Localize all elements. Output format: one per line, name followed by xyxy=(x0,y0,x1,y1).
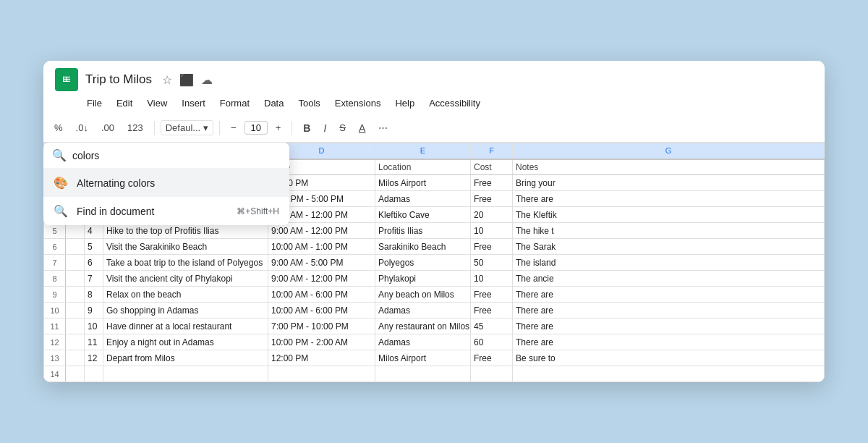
decimal-increase-btn[interactable]: .00 xyxy=(96,120,119,135)
cell-a[interactable] xyxy=(66,366,85,382)
menu-accessibility[interactable]: Accessibility xyxy=(423,96,486,111)
cell-c[interactable]: Go shopping in Adamas xyxy=(103,303,268,318)
font-size-increase-btn[interactable]: + xyxy=(271,120,286,135)
cell-c[interactable]: Visit the Sarakiniko Beach xyxy=(103,239,268,255)
cell-g[interactable]: The ancie xyxy=(513,271,825,287)
cell-f[interactable]: Free xyxy=(471,239,513,255)
cell-d[interactable]: 9:00 AM - 12:00 PM xyxy=(268,271,375,287)
cell-a[interactable] xyxy=(66,271,85,287)
format-123-btn[interactable]: 123 xyxy=(122,120,148,135)
cell-b[interactable]: 6 xyxy=(85,255,103,271)
cell-g[interactable]: The hike t xyxy=(513,223,825,239)
cell-f[interactable]: Free xyxy=(471,175,513,191)
cell-g[interactable]: There are xyxy=(513,287,825,303)
cell-e[interactable]: Adamas xyxy=(375,334,471,350)
cell-d[interactable]: 7:00 PM - 10:00 PM xyxy=(268,318,375,334)
menu-edit[interactable]: Edit xyxy=(111,96,138,111)
cell-d[interactable]: 10:00 PM - 2:00 AM xyxy=(268,334,375,350)
cell-d[interactable]: 9:00 AM - 5:00 PM xyxy=(268,255,375,271)
cell-b[interactable]: 5 xyxy=(85,239,103,255)
cell-g[interactable]: The island xyxy=(513,255,825,271)
cell-f[interactable]: 60 xyxy=(471,334,513,350)
menu-insert[interactable]: Insert xyxy=(176,96,211,111)
cell-e[interactable]: Profitis Ilias xyxy=(375,223,471,239)
cell-f[interactable]: 50 xyxy=(471,255,513,271)
cell-f[interactable]: 20 xyxy=(471,207,513,223)
menu-format[interactable]: Format xyxy=(214,96,255,111)
cell-g[interactable]: Bring your xyxy=(513,175,825,191)
cell-c[interactable]: Visit the ancient city of Phylakopi xyxy=(103,271,268,287)
percent-btn[interactable]: % xyxy=(49,120,68,135)
cell-g[interactable]: The Kleftik xyxy=(513,207,825,223)
cell-a[interactable] xyxy=(66,303,85,318)
cell-g[interactable]: The Sarak xyxy=(513,239,825,255)
cell-a[interactable] xyxy=(66,350,85,366)
cell-c[interactable]: Relax on the beach xyxy=(103,287,268,303)
cell-f[interactable]: Free xyxy=(471,350,513,366)
cell-c[interactable] xyxy=(103,366,268,382)
cell-f[interactable]: 45 xyxy=(471,318,513,334)
cell-b[interactable]: 9 xyxy=(85,303,103,318)
cell-e[interactable]: Any beach on Milos xyxy=(375,287,471,303)
cell-1e[interactable]: Location xyxy=(375,159,471,175)
cell-b[interactable]: 12 xyxy=(85,350,103,366)
font-size-box[interactable]: 10 xyxy=(244,121,268,135)
cell-g[interactable] xyxy=(513,366,825,382)
cell-b[interactable] xyxy=(85,366,103,382)
cell-g[interactable]: There are xyxy=(513,303,825,318)
cell-e[interactable]: Any restaurant on Milos xyxy=(375,318,471,334)
cell-c[interactable]: Take a boat trip to the island of Polyeg… xyxy=(103,255,268,271)
strikethrough-btn[interactable]: S xyxy=(334,120,351,135)
cell-e[interactable]: Adamas xyxy=(375,191,471,207)
cell-e[interactable]: Sarakiniko Beach xyxy=(375,239,471,255)
cell-a[interactable] xyxy=(66,318,85,334)
cell-e[interactable] xyxy=(375,366,471,382)
cell-f[interactable]: Free xyxy=(471,191,513,207)
cell-f[interactable]: 10 xyxy=(471,271,513,287)
cell-e[interactable]: Milos Airport xyxy=(375,350,471,366)
cell-g[interactable]: Be sure to xyxy=(513,350,825,366)
cell-b[interactable]: 10 xyxy=(85,318,103,334)
cell-c[interactable]: Have dinner at a local restaurant xyxy=(103,318,268,334)
cell-f[interactable]: Free xyxy=(471,303,513,318)
menu-file[interactable]: File xyxy=(81,96,108,111)
cell-a[interactable] xyxy=(66,287,85,303)
menu-data[interactable]: Data xyxy=(258,96,289,111)
menu-extensions[interactable]: Extensions xyxy=(329,96,387,111)
cell-e[interactable]: Kleftiko Cave xyxy=(375,207,471,223)
cell-g[interactable]: There are xyxy=(513,318,825,334)
decimal-decrease-btn[interactable]: .0↓ xyxy=(71,120,93,135)
cell-d[interactable] xyxy=(268,366,375,382)
cloud-icon[interactable]: ☁ xyxy=(201,73,213,87)
font-size-decrease-btn[interactable]: − xyxy=(226,120,242,135)
cell-a[interactable] xyxy=(66,334,85,350)
cell-d[interactable]: 10:00 AM - 6:00 PM xyxy=(268,287,375,303)
col-header-g[interactable]: G xyxy=(513,143,825,159)
col-header-f[interactable]: F xyxy=(471,143,513,159)
cell-e[interactable]: Milos Airport xyxy=(375,175,471,191)
cell-f[interactable] xyxy=(471,366,513,382)
search-input[interactable] xyxy=(72,150,281,161)
cell-d[interactable]: 10:00 AM - 6:00 PM xyxy=(268,303,375,318)
cell-g[interactable]: There are xyxy=(513,191,825,207)
menu-view[interactable]: View xyxy=(141,96,173,111)
font-selector[interactable]: Defaul... ▾ xyxy=(161,120,213,135)
find-in-document-result[interactable]: 🔍 Find in document ⌘+Shift+H xyxy=(43,197,289,225)
cell-e[interactable]: Phylakopi xyxy=(375,271,471,287)
cell-c[interactable]: Depart from Milos xyxy=(103,350,268,366)
cell-b[interactable]: 8 xyxy=(85,287,103,303)
cell-g[interactable]: There are xyxy=(513,334,825,350)
menu-help[interactable]: Help xyxy=(389,96,420,111)
cell-d[interactable]: 10:00 AM - 1:00 PM xyxy=(268,239,375,255)
cell-b[interactable]: 7 xyxy=(85,271,103,287)
underline-color-btn[interactable]: A xyxy=(354,120,370,136)
cell-f[interactable]: 10 xyxy=(471,223,513,239)
alternating-colors-result[interactable]: 🎨 Alternating colors xyxy=(43,169,289,197)
star-icon[interactable]: ☆ xyxy=(162,73,172,87)
save-icon[interactable]: ⬛ xyxy=(179,73,194,87)
more-btn[interactable]: ⋯ xyxy=(373,120,393,135)
italic-btn[interactable]: I xyxy=(318,120,331,136)
bold-btn[interactable]: B xyxy=(298,120,315,136)
cell-c[interactable]: Enjoy a night out in Adamas xyxy=(103,334,268,350)
col-header-e[interactable]: E xyxy=(375,143,471,159)
